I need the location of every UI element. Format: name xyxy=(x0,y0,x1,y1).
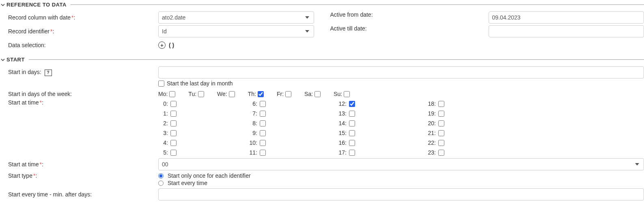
weekday-checkbox[interactable] xyxy=(229,91,235,97)
hour-label: 1: xyxy=(158,110,168,117)
start-in-days-input[interactable] xyxy=(158,66,644,78)
hour-item[interactable]: 22: xyxy=(426,138,515,147)
weekday-label: Fr: xyxy=(277,91,284,97)
weekday-item[interactable]: Th: xyxy=(248,91,264,97)
hour-checkbox[interactable] xyxy=(170,130,177,136)
hour-checkbox[interactable] xyxy=(349,130,355,136)
hour-item[interactable]: 11: xyxy=(248,148,337,157)
add-icon[interactable]: + xyxy=(158,41,166,49)
start-every-time-input[interactable] xyxy=(158,188,644,200)
hour-label: 15: xyxy=(337,130,347,136)
label-start-weekdays: Start in days of the week: xyxy=(0,91,158,97)
weekday-checkbox[interactable] xyxy=(285,91,291,97)
section-title: START xyxy=(6,57,29,63)
hour-label: 21: xyxy=(426,130,436,136)
weekday-checkbox[interactable] xyxy=(198,91,204,97)
hour-checkbox[interactable] xyxy=(260,120,266,126)
hour-checkbox[interactable] xyxy=(349,120,355,126)
hour-checkbox[interactable] xyxy=(349,150,355,156)
start-at-time-select[interactable] xyxy=(158,158,644,170)
weekday-label: Mo: xyxy=(158,91,168,97)
hour-item[interactable]: 12: xyxy=(337,99,426,108)
start-type-option[interactable]: Start every time xyxy=(158,180,644,186)
hour-checkbox[interactable] xyxy=(438,140,444,146)
hour-item[interactable]: 9: xyxy=(248,129,337,137)
hour-checkbox[interactable] xyxy=(260,111,266,117)
weekday-label: Tu: xyxy=(188,91,196,97)
start-type-radio[interactable] xyxy=(158,181,164,186)
hour-item[interactable]: 0: xyxy=(158,99,248,108)
hour-item[interactable]: 17: xyxy=(337,148,426,157)
hour-checkbox[interactable] xyxy=(349,140,355,146)
weekday-item[interactable]: Mo: xyxy=(158,91,175,97)
help-icon[interactable]: ? xyxy=(45,70,52,76)
hour-checkbox[interactable] xyxy=(438,130,444,136)
hour-item[interactable]: 19: xyxy=(426,109,515,118)
weekday-checkbox[interactable] xyxy=(258,91,264,97)
start-type-label: Start only once for each identifier xyxy=(168,172,251,179)
hour-checkbox[interactable] xyxy=(260,140,266,146)
hour-checkbox[interactable] xyxy=(170,101,177,107)
hour-checkbox[interactable] xyxy=(260,130,266,136)
active-till-input[interactable] xyxy=(489,25,644,37)
hour-item[interactable]: 18: xyxy=(426,99,515,108)
hour-label: 3: xyxy=(158,130,168,136)
hour-item[interactable]: 2: xyxy=(158,119,248,128)
section-header-start[interactable]: START xyxy=(0,57,644,63)
weekday-item[interactable]: Sa: xyxy=(304,91,321,97)
hour-checkbox[interactable] xyxy=(438,120,444,126)
hour-checkbox[interactable] xyxy=(438,111,444,117)
hour-item[interactable]: 4: xyxy=(158,138,248,147)
start-type-option[interactable]: Start only once for each identifier xyxy=(158,172,644,179)
hour-checkbox[interactable] xyxy=(170,111,177,117)
data-selection-value: ( ) xyxy=(169,42,174,48)
hour-item[interactable]: 7: xyxy=(248,109,337,118)
weekday-checkbox[interactable] xyxy=(344,91,350,97)
hour-label: 11: xyxy=(248,149,257,156)
weekday-item[interactable]: Fr: xyxy=(277,91,291,97)
hour-item[interactable]: 16: xyxy=(337,138,426,147)
section-divider xyxy=(29,59,644,60)
hour-item[interactable]: 5: xyxy=(158,148,248,157)
start-type-radio[interactable] xyxy=(158,173,164,179)
hour-checkbox[interactable] xyxy=(170,140,177,146)
active-from-input[interactable] xyxy=(489,11,644,24)
weekday-item[interactable]: We: xyxy=(217,91,235,97)
hour-checkbox[interactable] xyxy=(349,101,355,107)
hour-item[interactable]: 23: xyxy=(426,148,515,157)
hour-label: 0: xyxy=(158,100,168,107)
hour-label: 13: xyxy=(337,110,347,117)
label-start-in-days: Start in days: ? xyxy=(0,69,158,76)
hour-checkbox[interactable] xyxy=(170,120,177,126)
hour-item[interactable]: 6: xyxy=(248,99,337,108)
weekday-label: Sa: xyxy=(304,91,313,97)
last-day-checkbox[interactable] xyxy=(158,81,164,87)
hour-checkbox[interactable] xyxy=(349,111,355,117)
hour-item[interactable]: 3: xyxy=(158,129,248,137)
hour-label: 2: xyxy=(158,120,168,126)
hour-item[interactable]: 21: xyxy=(426,129,515,137)
last-day-checkbox-row[interactable]: Start the last day in month xyxy=(158,80,233,87)
hour-item[interactable]: 20: xyxy=(426,119,515,128)
weekday-checkbox[interactable] xyxy=(169,91,175,97)
section-header-reference[interactable]: REFERENCE TO DATA xyxy=(0,2,644,8)
hour-item[interactable]: 10: xyxy=(248,138,337,147)
weekday-item[interactable]: Su: xyxy=(334,91,350,97)
label-start-at-time-select: Start at time*: xyxy=(0,161,158,168)
hour-item[interactable]: 8: xyxy=(248,119,337,128)
hour-item[interactable]: 14: xyxy=(337,119,426,128)
hour-item[interactable]: 15: xyxy=(337,129,426,137)
hour-checkbox[interactable] xyxy=(438,101,444,107)
hour-item[interactable]: 13: xyxy=(337,109,426,118)
record-column-select[interactable] xyxy=(158,11,314,24)
weekday-item[interactable]: Tu: xyxy=(188,91,204,97)
hour-checkbox[interactable] xyxy=(260,150,266,156)
hour-checkbox[interactable] xyxy=(260,101,266,107)
hour-checkbox[interactable] xyxy=(170,150,177,156)
weekday-checkbox[interactable] xyxy=(314,91,321,97)
hour-label: 23: xyxy=(426,149,436,156)
hour-checkbox[interactable] xyxy=(438,150,444,156)
hour-item[interactable]: 1: xyxy=(158,109,248,118)
hour-label: 20: xyxy=(426,120,436,126)
record-identifier-select[interactable] xyxy=(158,25,314,37)
